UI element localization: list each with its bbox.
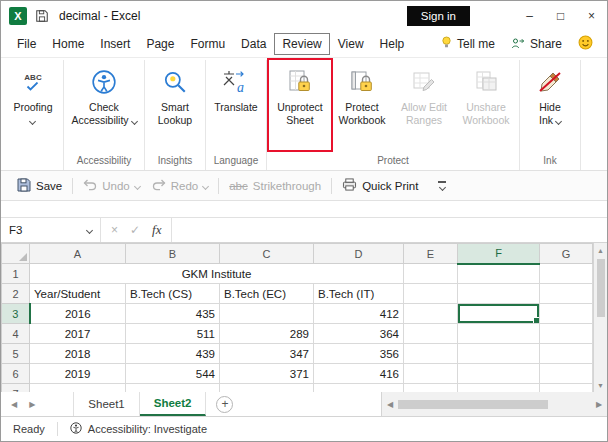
row-header-6[interactable]: 6 [2, 364, 30, 384]
allow-edit-ranges-button[interactable]: Allow Edit Ranges [393, 60, 455, 150]
cell-A2[interactable]: Year/Student [30, 284, 126, 304]
row-header-4[interactable]: 4 [2, 324, 30, 344]
cell-F4[interactable] [458, 324, 540, 344]
cell-F7[interactable] [458, 384, 540, 393]
feedback-smiley-icon[interactable] [578, 35, 593, 53]
col-header-B[interactable]: B [126, 244, 220, 264]
cell-E3[interactable] [404, 304, 458, 324]
qat-save-button[interactable]: Save [11, 178, 68, 194]
tab-page-layout[interactable]: Page [138, 33, 182, 55]
cell-F2[interactable] [458, 284, 540, 304]
cell-G4[interactable] [540, 324, 593, 344]
cell-C2[interactable]: B.Tech (EC) [220, 284, 314, 304]
cell-F6[interactable] [458, 364, 540, 384]
horizontal-scrollbar[interactable]: ◀ ▶ [381, 392, 607, 416]
cell-B3[interactable]: 435 [126, 304, 220, 324]
smart-lookup-button[interactable]: Smart Lookup [147, 60, 203, 150]
cell-B7[interactable] [126, 384, 220, 393]
horizontal-scroll-thumb[interactable] [398, 400, 548, 409]
tell-me-button[interactable]: Tell me [441, 36, 495, 52]
tab-home[interactable]: Home [44, 33, 92, 55]
tab-view[interactable]: View [330, 33, 372, 55]
cell-C7[interactable] [220, 384, 314, 393]
qat-strikethrough-button[interactable]: abc Strikethrough [223, 180, 327, 192]
cell-A3[interactable]: 2016 [30, 304, 126, 324]
save-icon[interactable] [35, 9, 49, 23]
cell-C6[interactable]: 371 [220, 364, 314, 384]
cell-E4[interactable] [404, 324, 458, 344]
share-button[interactable]: Share [511, 37, 562, 52]
cell-A7[interactable] [30, 384, 126, 393]
col-header-F[interactable]: F [458, 244, 540, 264]
tab-help[interactable]: Help [372, 33, 413, 55]
close-button[interactable]: × [576, 1, 607, 31]
scroll-right-arrow[interactable]: ▶ [591, 400, 607, 409]
enter-icon[interactable]: ✓ [130, 223, 140, 237]
qat-undo-button[interactable]: Undo [77, 179, 146, 193]
cell-E7[interactable] [404, 384, 458, 393]
cell-G5[interactable] [540, 344, 593, 364]
cancel-icon[interactable]: × [111, 223, 118, 237]
tab-review[interactable]: Review [274, 33, 329, 55]
row-header-1[interactable]: 1 [2, 264, 30, 284]
cell-G6[interactable] [540, 364, 593, 384]
cell-E5[interactable] [404, 344, 458, 364]
cell-A6[interactable]: 2019 [30, 364, 126, 384]
cell-C4[interactable]: 289 [220, 324, 314, 344]
cell-B2[interactable]: B.Tech (CS) [126, 284, 220, 304]
vertical-scrollbar[interactable]: ▲ ▼ [593, 243, 607, 392]
hide-ink-button[interactable]: Hide Ink [522, 60, 578, 150]
cell-B5[interactable]: 439 [126, 344, 220, 364]
row-header-3[interactable]: 3 [2, 304, 30, 324]
cell-C5[interactable]: 347 [220, 344, 314, 364]
scroll-down-arrow[interactable]: ▼ [594, 378, 607, 392]
cell-E2[interactable] [404, 284, 458, 304]
cell-A1-merged-title[interactable]: GKM Institute [30, 264, 404, 284]
row-header-5[interactable]: 5 [2, 344, 30, 364]
col-header-G[interactable]: G [540, 244, 593, 264]
qat-customize-button[interactable] [438, 181, 446, 189]
col-header-D[interactable]: D [314, 244, 404, 264]
unprotect-sheet-button[interactable]: Unprotect Sheet [269, 60, 331, 150]
cell-A5[interactable]: 2018 [30, 344, 126, 364]
row-header-2[interactable]: 2 [2, 284, 30, 304]
sheet-nav-next-icon[interactable]: ▶ [29, 400, 35, 409]
sheet-nav-prev-icon[interactable]: ◀ [11, 400, 17, 409]
cell-G1[interactable] [540, 264, 593, 284]
translate-button[interactable]: a Translate [208, 60, 264, 150]
cell-G2[interactable] [540, 284, 593, 304]
cell-D7[interactable] [314, 384, 404, 393]
cell-E6[interactable] [404, 364, 458, 384]
cell-A4[interactable]: 2017 [30, 324, 126, 344]
cell-G3[interactable] [540, 304, 593, 324]
name-box[interactable]: F3 [1, 218, 101, 242]
selected-cell-F3[interactable] [458, 304, 540, 324]
vertical-scroll-thumb[interactable] [597, 259, 605, 317]
tab-formulas[interactable]: Formu [182, 33, 233, 55]
maximize-button[interactable]: □ [545, 1, 576, 31]
accessibility-status-button[interactable]: Accessibility: Investigate [58, 422, 219, 436]
new-sheet-button[interactable]: + [216, 396, 233, 413]
cell-B6[interactable]: 544 [126, 364, 220, 384]
col-header-A[interactable]: A [30, 244, 126, 264]
tab-insert[interactable]: Insert [92, 33, 138, 55]
sign-in-button[interactable]: Sign in [407, 6, 470, 26]
check-accessibility-button[interactable]: Check Accessibility [66, 60, 142, 150]
minimize-button[interactable]: – [514, 1, 545, 31]
cell-F1[interactable] [458, 264, 540, 284]
col-header-E[interactable]: E [404, 244, 458, 264]
tab-data[interactable]: Data [233, 33, 274, 55]
formula-input[interactable] [172, 218, 607, 242]
cell-F5[interactable] [458, 344, 540, 364]
cell-D2[interactable]: B.Tech (IT) [314, 284, 404, 304]
protect-workbook-button[interactable]: Protect Workbook [331, 60, 393, 150]
cell-B4[interactable]: 511 [126, 324, 220, 344]
cell-G7[interactable] [540, 384, 593, 393]
sheet-tab-sheet2[interactable]: Sheet2 [140, 392, 207, 416]
sheet-tab-sheet1[interactable]: Sheet1 [73, 392, 139, 416]
select-all-corner[interactable] [2, 244, 30, 264]
proofing-button[interactable]: ABC Proofing [5, 60, 61, 150]
cell-D3[interactable]: 412 [314, 304, 404, 324]
scroll-up-arrow[interactable]: ▲ [594, 243, 607, 257]
row-header-7[interactable]: 7 [2, 384, 30, 393]
